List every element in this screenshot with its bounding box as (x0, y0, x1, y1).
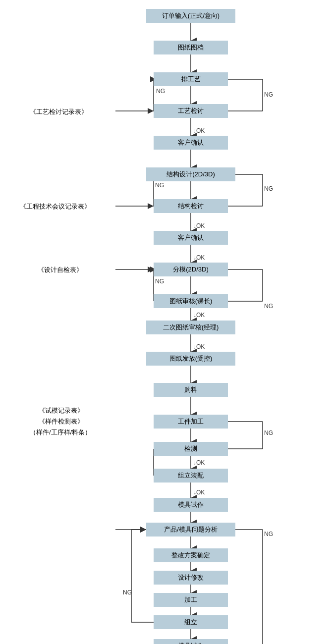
side-label-sample-parts: （样件/工序样/料条） (30, 428, 91, 437)
svg-text:NG: NG (264, 91, 273, 98)
svg-text:↓OK: ↓OK (193, 254, 205, 261)
box-structure-review: 结构检讨 (154, 199, 228, 213)
svg-text:↓OK: ↓OK (193, 459, 205, 466)
box-mold-trial-1: 模具试作 (154, 498, 228, 512)
side-label-engineering-meeting: 《工程技术会议记录表》 (20, 202, 91, 211)
side-label-sample-inspection: 《样件检测表》 (39, 417, 84, 426)
box-mold-trial-2: 模具试作 (154, 639, 228, 644)
flowchart: NG NG ↓OK NG NG ↓OK ↓OK NG ↓OK NG ↓OK ↓O… (0, 0, 331, 644)
svg-text:NG: NG (264, 303, 273, 310)
svg-text:NG: NG (156, 88, 165, 95)
box-customer-confirm-2: 客户确认 (154, 231, 228, 245)
box-inspection: 检测 (154, 442, 228, 456)
box-problem-analysis: 产品/模具问题分析 (146, 523, 235, 537)
svg-text:NG: NG (155, 182, 164, 189)
box-machining-2: 加工 (154, 593, 228, 607)
box-process-review: 工艺检讨 (154, 104, 228, 118)
box-order-input: 订单输入(正式/意向) (146, 9, 235, 23)
svg-text:NG: NG (264, 429, 273, 436)
box-design-modify: 设计修改 (154, 571, 228, 585)
side-label-design-self-check: 《设计自检表》 (38, 266, 83, 274)
side-label-process-review-record: 《工艺检讨记录表》 (30, 107, 88, 116)
box-assembly: 组立装配 (154, 469, 228, 483)
side-label-trial-record: 《试模记录表》 (39, 406, 84, 415)
box-correction-plan: 整改方案确定 (154, 548, 228, 562)
box-structure-design: 结构设计(2D/3D) (146, 167, 235, 181)
svg-text:↓OK: ↓OK (193, 222, 205, 229)
svg-text:NG: NG (264, 531, 273, 537)
svg-text:NG: NG (123, 589, 132, 596)
svg-text:↓OK: ↓OK (193, 489, 205, 496)
box-drawing-review-supervisor: 图纸审核(课长) (154, 294, 228, 308)
box-purchase: 购料 (154, 383, 228, 397)
svg-text:NG: NG (155, 278, 164, 285)
box-parting: 分模(2D/3D) (154, 263, 228, 276)
box-assembly-2: 组立 (154, 615, 228, 629)
svg-text:↓OK: ↓OK (193, 343, 205, 350)
box-drawing-review-manager: 二次图纸审核(经理) (146, 321, 235, 334)
box-customer-confirm-1: 客户确认 (154, 136, 228, 150)
svg-text:NG: NG (264, 185, 273, 192)
svg-text:↓OK: ↓OK (193, 312, 205, 319)
box-arrange-process: 排工艺 (154, 72, 228, 86)
box-drawings: 图纸图档 (154, 41, 228, 54)
box-machining: 工件加工 (154, 415, 228, 429)
box-drawing-release: 图纸发放(受控) (146, 352, 235, 366)
svg-text:↓OK: ↓OK (193, 127, 205, 134)
